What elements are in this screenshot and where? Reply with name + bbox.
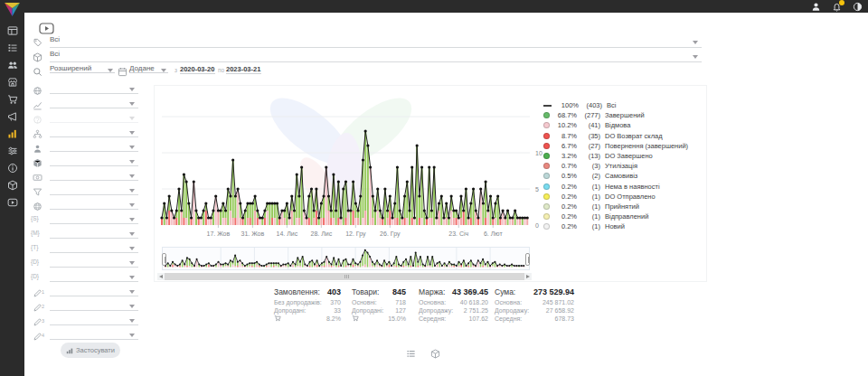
sidebar-item-products[interactable] bbox=[0, 176, 24, 193]
filter-dropdown-hierarchy[interactable] bbox=[27, 125, 145, 139]
filter-dropdown-pencil1[interactable]: 1 bbox=[27, 284, 145, 298]
table-view-icon[interactable] bbox=[406, 346, 416, 356]
user-icon[interactable] bbox=[811, 2, 821, 12]
legend-item[interactable]: 0.7%(3)Утилізація bbox=[543, 161, 704, 171]
legend-item[interactable]: 8.7%(35)DO Возврат склад bbox=[543, 131, 704, 141]
chevron-down-icon[interactable] bbox=[129, 232, 135, 236]
status-filter-value[interactable]: Всі bbox=[50, 35, 60, 43]
legend-percent: 0.2% bbox=[553, 222, 577, 230]
chevron-down-icon[interactable] bbox=[108, 69, 113, 72]
filter-dropdown-globe-grid[interactable] bbox=[27, 197, 145, 212]
filter-dropdown-t-11[interactable]: {T} bbox=[27, 240, 145, 255]
sidebar-item-analytics-active[interactable] bbox=[0, 125, 24, 142]
chevron-down-icon[interactable] bbox=[129, 305, 135, 308]
filter-dropdown-money[interactable] bbox=[27, 168, 145, 183]
app-logo-icon[interactable] bbox=[4, 2, 21, 17]
legend-item[interactable]: 6.7%(27)Повернення (завершений) bbox=[543, 141, 704, 151]
legend-item[interactable]: 3.2%(13)DO Завершено bbox=[543, 151, 704, 161]
chevron-down-icon[interactable] bbox=[129, 189, 135, 193]
chevron-down-icon[interactable] bbox=[129, 247, 135, 250]
search-icon[interactable] bbox=[33, 64, 42, 74]
notifications-bell-icon[interactable] bbox=[832, 2, 842, 12]
scrollbar-thumb[interactable] bbox=[165, 273, 524, 280]
filter-dropdown-pencil2[interactable]: 2 bbox=[27, 298, 145, 313]
chevron-down-icon[interactable] bbox=[129, 218, 135, 221]
legend-dot-swatch bbox=[543, 112, 550, 118]
legend-label: Завершений bbox=[605, 111, 645, 119]
legend-item[interactable]: 0.2%(1)DO Отправлено bbox=[543, 192, 704, 202]
chevron-down-icon[interactable] bbox=[129, 203, 135, 207]
chevron-down-icon[interactable] bbox=[161, 69, 166, 72]
filter-dropdown-person[interactable] bbox=[27, 139, 145, 154]
chevron-down-icon[interactable] bbox=[129, 276, 135, 279]
filter-dropdown-pencil4[interactable]: 4 bbox=[27, 327, 145, 342]
search-mode-select[interactable]: Розширений bbox=[50, 64, 115, 73]
theme-toggle-icon[interactable] bbox=[853, 2, 863, 12]
legend-item[interactable]: 0.2%(1)Прийнятий bbox=[543, 202, 704, 212]
product-filter-value[interactable]: Всі bbox=[50, 50, 60, 58]
chevron-down-icon[interactable] bbox=[693, 55, 698, 59]
svg-text:0: 0 bbox=[535, 222, 539, 229]
filter-dropdown-s-9[interactable]: {S} bbox=[27, 212, 145, 226]
chevron-down-icon[interactable] bbox=[129, 261, 135, 265]
legend-item[interactable]: 0.2%(1)Відправлений bbox=[543, 212, 704, 221]
legend-item[interactable]: 100%(403)Всі bbox=[543, 100, 704, 110]
legend-item[interactable]: 0.5%(2)Самовивіз bbox=[543, 171, 704, 181]
chevron-down-icon[interactable] bbox=[129, 88, 135, 91]
sidebar-item-orders-list[interactable] bbox=[0, 39, 24, 56]
filter-dropdown-cube[interactable] bbox=[27, 154, 145, 168]
legend-percent: 3.2% bbox=[553, 152, 577, 160]
chevron-down-icon[interactable] bbox=[129, 102, 135, 106]
product-filter-row[interactable]: Всі bbox=[0, 49, 714, 62]
legend-item[interactable]: 68.7%(277)Завершений bbox=[543, 110, 704, 120]
minimap-left-handle[interactable] bbox=[162, 253, 166, 266]
filter-dropdown-pencil3[interactable]: 3 bbox=[27, 313, 145, 327]
filter-dropdown-d-12[interactable]: {D} bbox=[27, 255, 145, 269]
sidebar-item-cart[interactable] bbox=[0, 90, 24, 108]
sidebar-item-info[interactable] bbox=[0, 159, 24, 176]
calendar-icon[interactable] bbox=[118, 64, 127, 74]
status-filter-row[interactable]: Всі bbox=[0, 34, 714, 48]
chevron-down-icon[interactable] bbox=[129, 160, 135, 164]
chevron-down-icon[interactable] bbox=[129, 146, 135, 149]
date-from-input[interactable]: 2020-03-20 bbox=[180, 65, 215, 74]
sidebar-item-dashboard[interactable] bbox=[0, 22, 24, 39]
chart-minimap[interactable] bbox=[162, 247, 530, 270]
sidebar-item-sliders[interactable] bbox=[0, 142, 24, 159]
legend-item[interactable]: 0.2%(1)Новий bbox=[543, 221, 704, 231]
chevron-down-icon[interactable] bbox=[693, 41, 698, 44]
chevron-down-icon[interactable] bbox=[129, 174, 135, 178]
sidebar-item-video[interactable] bbox=[0, 193, 24, 211]
scroll-left-arrow-icon[interactable] bbox=[159, 275, 163, 278]
filter-dropdown-globe[interactable] bbox=[27, 81, 145, 96]
legend-item[interactable]: 0.2%(1)Нема в наявності bbox=[543, 182, 704, 192]
chevron-down-icon[interactable] bbox=[129, 131, 135, 135]
apply-filters-button[interactable]: Застосувати bbox=[61, 343, 120, 358]
chevron-down-icon[interactable] bbox=[129, 334, 135, 337]
package-icon bbox=[33, 50, 42, 60]
chevron-down-icon[interactable] bbox=[129, 290, 135, 294]
products-view-icon[interactable] bbox=[430, 346, 440, 356]
sidebar-item-store[interactable] bbox=[0, 73, 24, 90]
sidebar-item-customers[interactable] bbox=[0, 56, 24, 73]
stat-label: Маржа: bbox=[419, 287, 445, 296]
scroll-right-arrow-icon[interactable] bbox=[526, 275, 530, 278]
filter-dropdown-funnel[interactable] bbox=[27, 183, 145, 197]
chart-scrollbar[interactable] bbox=[157, 273, 532, 280]
legend-label: Самовивіз bbox=[605, 172, 637, 180]
filter-dropdown-trend[interactable] bbox=[27, 96, 145, 110]
filter-dropdown-m-10[interactable]: {M} bbox=[27, 226, 145, 240]
date-to-input[interactable]: 2023-03-21 bbox=[226, 65, 261, 74]
notification-badge bbox=[839, 0, 844, 5]
video-tutorial-icon[interactable] bbox=[39, 22, 54, 33]
stat-sub-value: 245 871.02 bbox=[542, 299, 574, 306]
chevron-down-icon[interactable] bbox=[129, 319, 135, 323]
placeholder-icon: {D} bbox=[31, 258, 39, 265]
filter-dropdown-help[interactable] bbox=[27, 110, 145, 125]
sidebar-item-megaphone[interactable] bbox=[0, 108, 24, 125]
minimap-right-handle[interactable] bbox=[525, 253, 530, 266]
legend-item[interactable]: 10.2%(41)Відмова bbox=[543, 120, 704, 130]
chevron-down-icon[interactable] bbox=[129, 117, 135, 120]
filter-dropdown-d-13[interactable]: {D} bbox=[27, 269, 145, 284]
stat-sub-label: Середня: bbox=[495, 315, 522, 322]
